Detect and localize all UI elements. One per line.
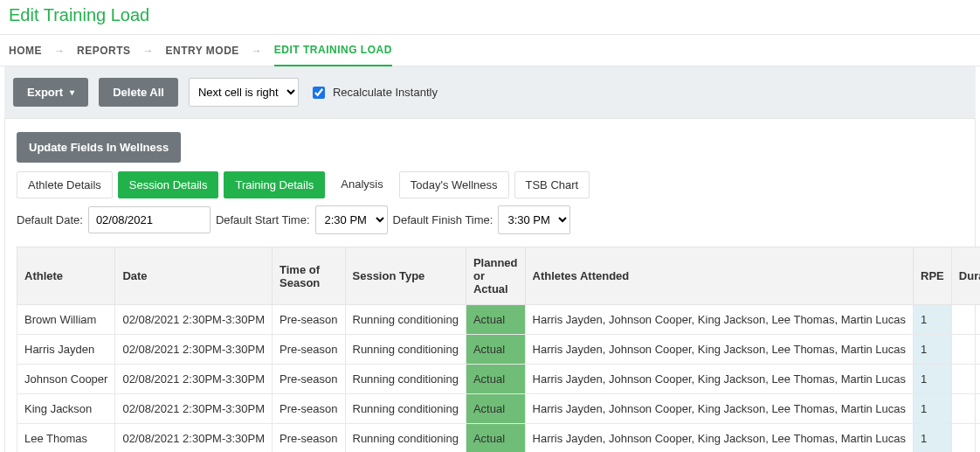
export-button[interactable]: Export ▾: [13, 78, 88, 107]
tab-tsb-chart[interactable]: TSB Chart: [514, 171, 590, 198]
delete-all-button[interactable]: Delete All: [99, 78, 178, 107]
cell-rpe[interactable]: 1: [914, 424, 952, 453]
cell-duration[interactable]: [951, 365, 980, 394]
cell-athlete[interactable]: King Jackson: [17, 394, 115, 424]
col-planned-actual[interactable]: Planned or Actual: [466, 247, 525, 305]
toolbar: Export ▾ Delete All Next cell is right R…: [4, 66, 976, 118]
training-load-table: Athlete Date Time of Season Session Type…: [17, 247, 980, 452]
cell-athletes-attended[interactable]: Harris Jayden, Johnson Cooper, King Jack…: [525, 335, 914, 365]
cell-time-of-season[interactable]: Pre-season: [273, 424, 345, 453]
cell-athlete[interactable]: Harris Jayden: [17, 335, 115, 365]
cell-duration[interactable]: [951, 394, 980, 424]
cell-planned-actual[interactable]: Actual: [466, 394, 525, 424]
cell-athletes-attended[interactable]: Harris Jayden, Johnson Cooper, King Jack…: [525, 424, 914, 453]
crumb-edit-training-load[interactable]: EDIT TRAINING LOAD: [274, 44, 392, 66]
cell-duration[interactable]: [951, 305, 980, 335]
next-cell-select[interactable]: Next cell is right: [189, 78, 299, 107]
recalculate-checkbox-row[interactable]: Recalculate Instantly: [309, 84, 438, 101]
col-rpe[interactable]: RPE: [914, 247, 952, 305]
cell-rpe[interactable]: 1: [914, 365, 952, 394]
crumb-home[interactable]: HOME: [9, 45, 42, 57]
cell-duration[interactable]: [951, 335, 980, 365]
tab-training-details[interactable]: Training Details: [224, 171, 325, 198]
cell-athlete[interactable]: Brown William: [17, 305, 115, 335]
page-title: Edit Training Load: [0, 0, 980, 34]
cell-duration[interactable]: [951, 424, 980, 453]
col-time-of-season[interactable]: Time of Season: [273, 247, 345, 305]
cell-session-type[interactable]: Running conditioning: [345, 335, 466, 365]
default-start-label: Default Start Time:: [216, 213, 310, 226]
crumb-entry-mode[interactable]: ENTRY MODE: [166, 45, 239, 57]
chevron-right-icon: →: [252, 45, 262, 57]
main-panel: Update Fields In Wellness Athlete Detail…: [4, 118, 976, 452]
tab-todays-wellness[interactable]: Today's Wellness: [399, 171, 509, 198]
cell-session-type[interactable]: Running conditioning: [345, 424, 466, 453]
cell-planned-actual[interactable]: Actual: [466, 305, 525, 335]
cell-rpe[interactable]: 1: [914, 335, 952, 365]
table-row[interactable]: Harris Jayden02/08/2021 2:30PM-3:30PMPre…: [17, 335, 981, 365]
col-session-type[interactable]: Session Type: [345, 247, 466, 305]
chevron-down-icon: ▾: [70, 87, 74, 97]
cell-time-of-season[interactable]: Pre-season: [273, 335, 345, 365]
table-row[interactable]: Lee Thomas02/08/2021 2:30PM-3:30PMPre-se…: [17, 424, 981, 453]
col-duration[interactable]: Duration: [951, 247, 980, 305]
cell-rpe[interactable]: 1: [914, 305, 952, 335]
cell-session-type[interactable]: Running conditioning: [345, 394, 466, 424]
tab-analysis[interactable]: Analysis: [330, 171, 393, 198]
cell-date[interactable]: 02/08/2021 2:30PM-3:30PM: [115, 394, 273, 424]
chevron-right-icon: →: [54, 45, 65, 57]
cell-time-of-season[interactable]: Pre-season: [273, 305, 345, 335]
crumb-reports[interactable]: REPORTS: [77, 45, 131, 57]
cell-planned-actual[interactable]: Actual: [466, 424, 525, 453]
cell-planned-actual[interactable]: Actual: [466, 365, 525, 394]
col-date[interactable]: Date: [115, 247, 273, 305]
table-row[interactable]: Brown William02/08/2021 2:30PM-3:30PMPre…: [17, 305, 981, 335]
tab-row: Athlete Details Session Details Training…: [17, 171, 963, 198]
default-finish-label: Default Finish Time:: [393, 213, 493, 226]
breadcrumb: HOME → REPORTS → ENTRY MODE → EDIT TRAIN…: [0, 34, 980, 66]
cell-session-type[interactable]: Running conditioning: [345, 305, 466, 335]
tab-session-details[interactable]: Session Details: [118, 171, 219, 198]
cell-athletes-attended[interactable]: Harris Jayden, Johnson Cooper, King Jack…: [525, 305, 914, 335]
recalculate-checkbox[interactable]: [313, 87, 325, 99]
cell-athlete[interactable]: Lee Thomas: [17, 424, 115, 453]
default-date-label: Default Date:: [17, 213, 83, 226]
cell-session-type[interactable]: Running conditioning: [345, 365, 466, 394]
col-athletes-attended[interactable]: Athletes Attended: [525, 247, 914, 305]
cell-athletes-attended[interactable]: Harris Jayden, Johnson Cooper, King Jack…: [525, 365, 914, 394]
defaults-row: Default Date: Default Start Time: 2:30 P…: [17, 205, 963, 234]
col-athlete[interactable]: Athlete: [17, 247, 115, 305]
table-row[interactable]: Johnson Cooper02/08/2021 2:30PM-3:30PMPr…: [17, 365, 981, 394]
default-finish-select[interactable]: 3:30 PM: [498, 205, 570, 234]
export-button-label: Export: [27, 86, 63, 99]
cell-athlete[interactable]: Johnson Cooper: [17, 365, 115, 394]
cell-planned-actual[interactable]: Actual: [466, 335, 525, 365]
table-header-row: Athlete Date Time of Season Session Type…: [17, 247, 981, 305]
cell-date[interactable]: 02/08/2021 2:30PM-3:30PM: [115, 305, 273, 335]
default-start-select[interactable]: 2:30 PM: [315, 205, 388, 234]
cell-date[interactable]: 02/08/2021 2:30PM-3:30PM: [115, 365, 273, 394]
cell-athletes-attended[interactable]: Harris Jayden, Johnson Cooper, King Jack…: [525, 394, 914, 424]
cell-time-of-season[interactable]: Pre-season: [273, 365, 345, 394]
cell-date[interactable]: 02/08/2021 2:30PM-3:30PM: [115, 335, 273, 365]
default-date-input[interactable]: [88, 206, 210, 233]
table-row[interactable]: King Jackson02/08/2021 2:30PM-3:30PMPre-…: [17, 394, 981, 424]
update-fields-button[interactable]: Update Fields In Wellness: [17, 132, 181, 163]
recalculate-label: Recalculate Instantly: [333, 86, 438, 99]
tab-athlete-details[interactable]: Athlete Details: [17, 171, 113, 198]
cell-time-of-season[interactable]: Pre-season: [273, 394, 345, 424]
cell-rpe[interactable]: 1: [914, 394, 952, 424]
chevron-right-icon: →: [143, 45, 154, 57]
cell-date[interactable]: 02/08/2021 2:30PM-3:30PM: [115, 424, 273, 453]
